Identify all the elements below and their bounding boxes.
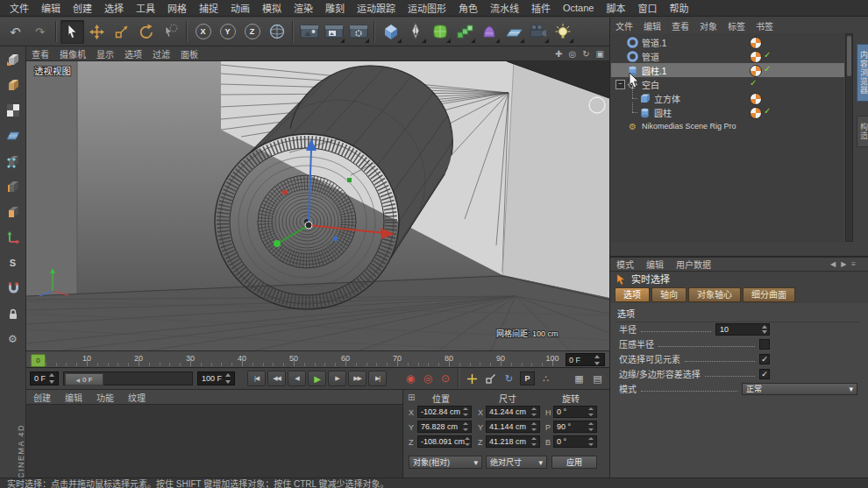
mat-menu-function[interactable]: 功能 [89,391,121,404]
make-editable-button[interactable] [0,46,25,72]
record-rotation-toggle[interactable]: ↻ [501,371,517,386]
collapse-toggle[interactable]: − [615,80,625,89]
viewport-canvas[interactable]: 透视视图 网格间距: 100 cm [26,61,609,350]
radius-field[interactable]: 10 [715,323,770,336]
object-row-pipe[interactable]: 管道 ✓ [611,49,844,63]
current-frame-field[interactable]: 0 F [30,371,59,385]
next-key-button[interactable]: ▶▶ [348,371,366,386]
dope-sheet-button[interactable]: ▦ [571,371,587,386]
mat-menu-edit[interactable]: 编辑 [58,391,89,404]
mode-dropdown[interactable]: 正常▾ [742,383,857,395]
timeline-playhead[interactable]: 0 [31,354,46,367]
menu-character[interactable]: 角色 [452,1,484,15]
menu-render[interactable]: 渲染 [288,1,319,15]
menu-edit[interactable]: 编辑 [35,1,67,15]
am-menu-edit[interactable]: 编辑 [640,258,670,271]
menu-mograph[interactable]: 运动图形 [402,1,452,15]
goto-start-button[interactable]: |◀ [247,371,266,386]
om-menu-file[interactable]: 文件 [610,19,638,32]
am-list-icon[interactable]: ≡ [851,260,856,268]
menu-create[interactable]: 创建 [67,1,98,15]
add-camera-button[interactable] [526,20,550,44]
object-row-scene-rig[interactable]: ⚙ Nikomedias Scene Rig Pro [611,119,844,133]
scale-tool-button[interactable] [110,20,133,44]
size-x-field[interactable]: 41.244 cm [486,406,540,418]
polygons-mode-button[interactable] [0,199,25,224]
previous-key-button[interactable]: ◀◀ [267,371,286,386]
menu-help[interactable]: 帮助 [663,1,694,15]
add-subdivision-surface-button[interactable] [428,20,452,44]
viewport-solo-button[interactable]: S [0,250,25,275]
undo-button[interactable]: ↶ [4,20,27,44]
rotate-view-icon[interactable]: ↻ [582,49,589,59]
menu-mesh[interactable]: 网格 [161,1,193,15]
om-menu-objects[interactable]: 对象 [694,19,722,32]
history-back-icon[interactable]: ◀ [830,260,836,268]
rot-b-field[interactable]: 0 ° [553,435,597,448]
record-scale-toggle[interactable] [482,371,499,386]
add-deformer-button[interactable] [477,20,501,44]
size-y-field[interactable]: 41.144 cm [486,421,540,433]
pos-y-field[interactable]: 76.828 cm [417,421,472,433]
scrollbar-thumb[interactable] [847,36,851,76]
texture-mode-button[interactable] [0,97,25,123]
timeline-ruler[interactable]: 10 20 30 40 50 60 70 80 90 100 0 0 F [26,350,609,368]
object-row-null[interactable]: − 空白 ✓ [611,77,844,91]
rot-p-field[interactable]: 90 ° [553,421,597,433]
viewport-filter-button[interactable]: ⚙ [0,326,25,351]
menu-file[interactable]: 文件 [4,1,35,15]
mat-menu-create[interactable]: 创建 [26,391,58,404]
render-view-button[interactable] [297,20,321,44]
menu-simulate[interactable]: 模拟 [256,1,288,15]
menu-pipeline[interactable]: 流水线 [484,1,525,15]
rotate-tool-button[interactable] [134,20,158,44]
menu-animate[interactable]: 动画 [224,1,256,15]
am-menu-userdata[interactable]: 用户数据 [670,258,717,271]
tab-subdivision[interactable]: 细分曲面 [743,287,795,302]
am-menu-mode[interactable]: 模式 [610,258,640,271]
tolerant-selection-checkbox[interactable]: ✓ [759,369,770,379]
enable-axis-button[interactable] [0,224,25,250]
spinner[interactable] [762,325,769,334]
add-cube-button[interactable] [379,20,402,44]
side-tab-content-browser[interactable]: 内容浏览器 [857,44,868,102]
spinner[interactable] [49,373,56,384]
record-keyframe-button[interactable]: ◉ [402,372,418,385]
live-selection-tool-button[interactable] [60,20,84,44]
tab-options[interactable]: 选项 [615,287,650,302]
render-picture-viewer-button[interactable] [322,20,345,44]
menu-sculpt[interactable]: 雕刻 [319,1,351,15]
workplane-mode-button[interactable] [0,123,25,148]
pressure-radius-checkbox[interactable] [759,339,770,350]
next-frame-button[interactable]: ▶ [328,371,346,386]
record-parameter-toggle[interactable]: P [519,371,536,386]
add-floor-button[interactable] [502,20,525,44]
material-tag[interactable] [750,93,762,105]
previous-frame-button[interactable]: ◀ [288,371,306,386]
timeline-range-slider[interactable]: ◀0 F [63,371,193,385]
apply-button[interactable]: 应用 [551,456,597,469]
tab-object-axis[interactable]: 对象轴心 [688,287,741,302]
enable-check-icon[interactable]: ✓ [750,78,757,88]
timeline-window-button[interactable]: ▤ [589,371,606,386]
zoom-view-icon[interactable]: ◎ [568,49,576,59]
coordinate-space-dropdown[interactable]: 对象(相对)▾ [409,456,482,469]
object-row-pipe1[interactable]: 管道.1 [611,35,844,49]
y-axis-lock-button[interactable]: Y [216,20,239,44]
enable-check-icon[interactable]: ✓ [764,106,771,116]
record-position-toggle[interactable] [464,371,480,386]
object-row-cylinder[interactable]: 圆柱 ✓ [611,105,844,119]
last-tool-button[interactable] [159,20,182,44]
toggle-view-icon[interactable]: ▣ [596,49,604,59]
spinner[interactable] [594,355,601,365]
autokey-button[interactable]: ◎ [420,372,436,385]
object-row-cylinder1-selected[interactable]: 圆柱.1 ✓ [611,63,844,77]
menu-select[interactable]: 选择 [98,1,130,15]
goto-end-button[interactable]: ▶| [368,371,387,386]
spinner[interactable] [225,373,232,384]
pos-x-field[interactable]: -102.84 cm [417,406,472,418]
options-section-header[interactable]: 选项 [617,307,859,322]
only-visible-checkbox[interactable]: ✓ [759,354,770,364]
om-menu-tags[interactable]: 标签 [722,19,751,32]
om-menu-bookmarks[interactable]: 书签 [751,19,779,32]
